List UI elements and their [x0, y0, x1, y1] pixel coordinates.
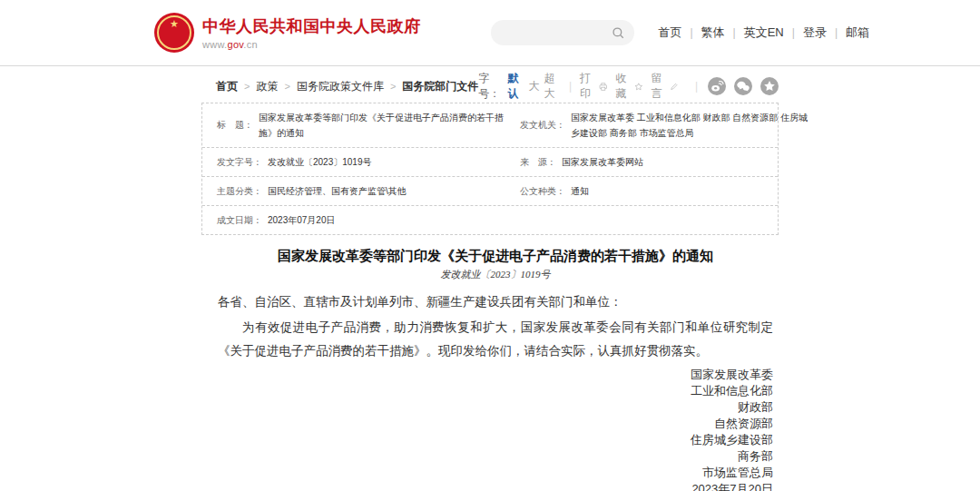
font-size-default[interactable]: 默认	[508, 71, 524, 102]
meta-category-label: 主题分类：	[217, 185, 262, 198]
breadcrumb-toolbar-row: 首页 > 政策 > 国务院政策文件库 > 国务院部门文件 字号： 默认 大 超大…	[201, 75, 779, 97]
wechat-share-icon[interactable]	[734, 77, 752, 95]
nav-mail[interactable]: 邮箱	[846, 25, 869, 41]
nav-english[interactable]: 英文EN	[744, 25, 784, 41]
nav-home[interactable]: 首页	[658, 25, 681, 41]
meta-number-value: 发改就业〔2023〕1019号	[268, 154, 372, 170]
breadcrumb-current: 国务院部门文件	[402, 79, 478, 94]
toolbar-separator: |	[569, 80, 572, 93]
share-buttons	[708, 77, 779, 95]
search-input[interactable]	[502, 25, 612, 40]
meta-type-label: 公文种类：	[520, 185, 565, 198]
site-url: www.gov.cn	[202, 39, 421, 50]
favorite-button[interactable]: 收藏	[615, 71, 642, 102]
toolbar-separator: |	[695, 80, 698, 93]
meta-issuer-label: 发文机关：	[520, 119, 565, 132]
meta-number-cell: 发文字号： 发改就业〔2023〕1019号	[202, 154, 520, 170]
meta-empty-cell	[520, 212, 778, 228]
page-title: 国家发展改革委等部门印发《关于促进电子产品消费的若干措施》的通知	[218, 247, 773, 265]
breadcrumb-separator: >	[284, 81, 289, 92]
signature-line: 商务部	[218, 448, 773, 465]
font-size-xlarge[interactable]: 超大	[544, 71, 561, 102]
top-nav: 首页 | 繁体 | 英文EN | 登录 | 邮箱	[658, 25, 869, 41]
meta-source-value: 国家发展改革委网站	[562, 154, 643, 170]
nav-login[interactable]: 登录	[803, 25, 827, 41]
table-row: 成文日期： 2023年07月20日	[202, 206, 778, 234]
national-emblem-icon	[154, 13, 194, 53]
breadcrumb-policy[interactable]: 政策	[256, 79, 278, 94]
meta-title-value: 国家发展改革委等部门印发《关于促进电子产品消费的若干措施》的通知	[259, 110, 520, 141]
main-content: 首页 > 政策 > 国务院政策文件库 > 国务院部门文件 字号： 默认 大 超大…	[201, 75, 779, 491]
header-divider	[0, 65, 980, 66]
signature-block: 国家发展改革委 工业和信息化部 财政部 自然资源部 住房城乡建设部 商务部 市场…	[218, 367, 773, 491]
meta-title-cell: 标 题： 国家发展改革委等部门印发《关于促进电子产品消费的若干措施》的通知	[202, 110, 520, 141]
site-url-gov: gov	[227, 39, 243, 50]
meta-date-cell: 成文日期： 2023年07月20日	[202, 212, 520, 228]
breadcrumb-policy-library[interactable]: 国务院政策文件库	[297, 79, 384, 94]
font-size-label: 字号：	[478, 71, 503, 102]
meta-issuer-cell: 发文机关： 国家发展改革委 工业和信息化部 财政部 自然资源部 住房城乡建设部 …	[520, 110, 818, 141]
site-logo[interactable]: 中华人民共和国中央人民政府 www.gov.cn	[154, 13, 421, 53]
meta-issuer-value: 国家发展改革委 工业和信息化部 财政部 自然资源部 住房城乡建设部 商务部 市场…	[571, 110, 808, 141]
search-box[interactable]	[491, 20, 634, 45]
page-toolbar: 字号： 默认 大 超大 | 打印 收藏 留言	[478, 71, 779, 102]
star-icon	[634, 81, 643, 93]
site-identity: 中华人民共和国中央人民政府 www.gov.cn	[202, 16, 421, 50]
favorite-label: 收藏	[615, 71, 632, 102]
table-row: 标 题： 国家发展改革委等部门印发《关于促进电子产品消费的若干措施》的通知 发文…	[202, 103, 778, 148]
body-paragraph: 为有效促进电子产品消费，助力消费恢复和扩大，国家发展改革委会同有关部门和单位研究…	[218, 316, 773, 363]
breadcrumb: 首页 > 政策 > 国务院政策文件库 > 国务院部门文件	[216, 79, 478, 94]
table-row: 发文字号： 发改就业〔2023〕1019号 来 源： 国家发展改革委网站	[202, 148, 778, 177]
meta-title-label: 标 题：	[217, 119, 253, 132]
qzone-share-icon[interactable]	[760, 77, 779, 95]
signature-line: 市场监管总局	[218, 465, 773, 481]
table-row: 主题分类： 国民经济管理、国有资产监管\其他 公文种类： 通知	[202, 177, 778, 206]
site-url-cn: .cn	[243, 39, 258, 50]
meta-category-value: 国民经济管理、国有资产监管\其他	[268, 183, 407, 199]
site-header: 中华人民共和国中央人民政府 www.gov.cn 首页 | 繁体 | 英文EN …	[0, 0, 980, 65]
breadcrumb-separator: >	[244, 81, 250, 92]
nav-separator: |	[792, 26, 795, 39]
meta-type-cell: 公文种类： 通知	[520, 183, 778, 199]
signature-line: 自然资源部	[218, 416, 773, 432]
nav-separator: |	[690, 26, 692, 39]
signature-line: 住房城乡建设部	[218, 432, 773, 448]
meta-date-value: 2023年07月20日	[268, 212, 336, 228]
meta-number-label: 发文字号：	[217, 156, 262, 169]
comment-button[interactable]: 留言	[652, 71, 679, 102]
signature-line: 国家发展改革委	[218, 367, 773, 383]
meta-date-label: 成文日期：	[217, 214, 262, 227]
search-icon[interactable]	[612, 26, 625, 40]
printer-icon	[599, 81, 608, 93]
nav-separator: |	[835, 26, 838, 39]
meta-type-value: 通知	[571, 183, 589, 199]
nav-traditional[interactable]: 繁体	[701, 25, 725, 41]
salutation-paragraph: 各省、自治区、直辖市及计划单列市、新疆生产建设兵团有关部门和单位：	[218, 290, 773, 314]
pencil-icon	[670, 81, 679, 93]
signature-date: 2023年7月20日	[218, 481, 773, 491]
print-button[interactable]: 打印	[580, 71, 607, 102]
signature-line: 工业和信息化部	[218, 383, 773, 399]
document-article: 国家发展改革委等部门印发《关于促进电子产品消费的若干措施》的通知 发改就业〔20…	[201, 247, 779, 491]
print-label: 打印	[580, 71, 596, 102]
nav-separator: |	[733, 26, 736, 39]
breadcrumb-home[interactable]: 首页	[216, 79, 238, 94]
document-meta-table: 标 题： 国家发展改革委等部门印发《关于促进电子产品消费的若干措施》的通知 发文…	[201, 103, 779, 235]
weibo-share-icon[interactable]	[708, 77, 726, 95]
breadcrumb-separator: >	[390, 81, 396, 92]
site-title: 中华人民共和国中央人民政府	[202, 16, 421, 36]
meta-category-cell: 主题分类： 国民经济管理、国有资产监管\其他	[202, 183, 520, 199]
font-size-large[interactable]: 大	[529, 79, 540, 94]
meta-source-label: 来 源：	[520, 156, 556, 169]
site-url-www: www.	[202, 39, 227, 50]
document-number: 发改就业〔2023〕1019号	[218, 268, 773, 281]
signature-line: 财政部	[218, 399, 773, 416]
comment-label: 留言	[652, 71, 668, 102]
meta-source-cell: 来 源： 国家发展改革委网站	[520, 154, 778, 170]
